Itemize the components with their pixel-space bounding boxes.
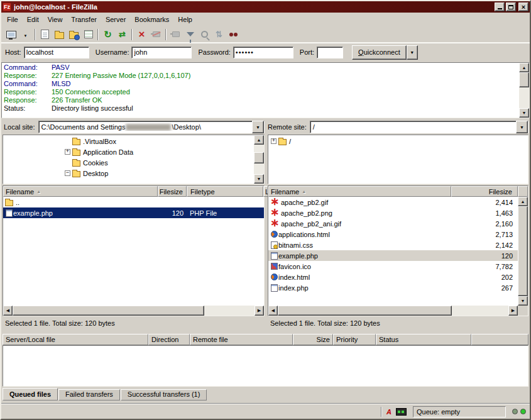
sync-browsing-button[interactable] (212, 28, 226, 41)
scroll-thumb[interactable] (254, 152, 264, 163)
remote-file-row[interactable]: apache_pb2_ani.gif2,160 (268, 218, 518, 229)
filezilla-logo-icon[interactable]: Fz (3, 3, 11, 11)
scroll-thumb[interactable] (519, 72, 529, 87)
password-input[interactable] (233, 47, 293, 58)
menu-item-transfer[interactable]: Transfer (67, 13, 101, 26)
scroll-down-button[interactable]: ▼ (519, 108, 529, 118)
tree-expander-plus-icon[interactable]: + (271, 138, 276, 144)
queue-column-direction[interactable]: Direction (148, 334, 190, 345)
menu-item-file[interactable]: File (3, 13, 23, 26)
tree-item[interactable]: +/ (268, 136, 528, 146)
remote-file-row[interactable]: apache_pb2.gif2,414 (268, 197, 518, 207)
queue-header: Server/Local fileDirectionRemote fileSiz… (3, 334, 528, 345)
scroll-left-button[interactable]: ◀ (268, 306, 278, 316)
column-filetype[interactable]: Filetype (187, 186, 263, 197)
scroll-right-button[interactable]: ▶ (508, 306, 518, 316)
local-site-combobox[interactable]: C:\Documents and Settings\Desktop\ ▼ (38, 121, 265, 133)
find-files-button[interactable] (226, 28, 241, 41)
refresh-button[interactable] (101, 28, 115, 41)
remote-file-row[interactable]: applications.html2,713 (268, 229, 518, 240)
menu-item-edit[interactable]: Edit (23, 13, 43, 26)
log-scrollbar[interactable]: ▲ ▼ (519, 63, 529, 118)
scroll-thumb[interactable] (278, 306, 452, 316)
disconnect-button[interactable] (149, 28, 163, 41)
toggle-local-tree-button[interactable] (52, 28, 67, 41)
tab-failed-transfers[interactable]: Failed transfers (58, 389, 120, 401)
local-directory-tree: .VirtualBox+Application DataCookies−Desk… (3, 135, 265, 184)
chevron-down-icon: ▼ (256, 125, 260, 130)
process-queue-icon (119, 30, 126, 38)
username-input[interactable] (131, 47, 192, 58)
queue-column-server-local-file[interactable]: Server/Local file (3, 334, 148, 345)
local-file-row[interactable]: example.php120PHP File1 (3, 207, 264, 218)
scroll-up-button[interactable]: ▲ (254, 135, 264, 145)
tab-queued-files[interactable]: Queued files (3, 388, 58, 401)
queue-column-status[interactable]: Status (376, 334, 471, 345)
remote-file-row[interactable]: apache_pb2.png1,463 (268, 207, 518, 218)
remote-horizontal-scrollbar[interactable]: ◀ ▶ (268, 306, 518, 316)
column-filesize[interactable]: Filesize (451, 186, 518, 197)
menu-item-view[interactable]: View (43, 13, 67, 26)
menu-item-server[interactable]: Server (101, 13, 130, 26)
remote-file-row[interactable]: favicon.ico7,782 (268, 261, 518, 272)
local-horizontal-scrollbar[interactable]: ◀ ▶ (3, 306, 264, 316)
scroll-thumb[interactable] (13, 306, 204, 316)
site-manager-dropdown-button[interactable] (18, 28, 33, 41)
tab-successful-transfers-1-[interactable]: Successful transfers (1) (121, 389, 207, 401)
compare-button[interactable] (197, 28, 212, 41)
titlebar[interactable]: Fz john@localhost - FileZilla × (1, 1, 530, 13)
column-filesize[interactable]: Filesize (158, 186, 187, 197)
cancel-operation-icon (139, 30, 145, 39)
host-input[interactable] (24, 47, 89, 58)
remote-site-combobox[interactable]: / ▼ (310, 121, 528, 133)
remote-file-row[interactable]: index.html202 (268, 272, 518, 282)
reconnect-button[interactable] (168, 28, 183, 41)
scroll-thumb[interactable] (518, 206, 528, 296)
column-filename[interactable]: Filename▲ (268, 186, 451, 197)
menu-item-help[interactable]: Help (173, 13, 197, 26)
tree-item[interactable]: −Desktop (3, 168, 264, 179)
minimize-button[interactable] (495, 3, 505, 11)
toggle-queue-button[interactable] (81, 28, 96, 41)
speed-limit-icon[interactable] (396, 408, 407, 416)
scroll-right-button[interactable]: ▶ (255, 306, 264, 316)
scroll-down-button[interactable]: ▼ (254, 174, 264, 184)
local-tree-scrollbar[interactable]: ▲ ▼ (254, 135, 264, 184)
remote-file-row[interactable]: example.php120 (268, 250, 518, 261)
process-queue-button[interactable] (115, 28, 129, 41)
local-file-row[interactable]: .. (3, 197, 264, 207)
filter-button[interactable] (183, 28, 197, 41)
scroll-left-button[interactable]: ◀ (3, 306, 13, 316)
remote-vertical-scrollbar[interactable]: ▲ ▼ (518, 197, 528, 306)
tree-expander-plus-icon[interactable]: + (65, 149, 70, 155)
tree-item[interactable]: +Application Data (3, 146, 264, 157)
tree-item[interactable]: Cookies (3, 157, 264, 168)
toolbar-separator (35, 29, 36, 40)
column-filename[interactable]: Filename▲ (3, 186, 158, 197)
tree-expander-minus-icon[interactable]: − (65, 170, 70, 176)
quickconnect-button[interactable]: Quickconnect (352, 45, 407, 60)
port-input[interactable] (317, 47, 343, 58)
close-button[interactable]: × (518, 3, 528, 11)
queue-column-filler (471, 334, 528, 345)
filter-icon (187, 32, 194, 36)
queue-column-priority[interactable]: Priority (333, 334, 376, 345)
local-site-dropdown[interactable]: ▼ (252, 121, 264, 133)
queue-column-size[interactable]: Size (293, 334, 333, 345)
remote-file-row[interactable]: bitnami.css2,142 (268, 240, 518, 250)
site-manager-button[interactable] (4, 28, 18, 41)
menu-item-bookmarks[interactable]: Bookmarks (130, 13, 173, 26)
quickconnect-dropdown[interactable]: ▼ (407, 45, 418, 60)
toggle-message-log-button[interactable] (38, 28, 52, 41)
scroll-down-button[interactable]: ▼ (518, 296, 528, 306)
queue-body[interactable] (3, 345, 528, 387)
remote-site-dropdown[interactable]: ▼ (516, 121, 528, 133)
toggle-remote-tree-button[interactable] (67, 28, 81, 41)
maximize-button[interactable] (506, 3, 516, 11)
cancel-operation-button[interactable] (134, 28, 149, 41)
scroll-up-button[interactable]: ▲ (518, 197, 528, 206)
remote-file-row[interactable]: index.php267 (268, 282, 518, 293)
scroll-up-button[interactable]: ▲ (519, 63, 529, 72)
queue-column-remote-file[interactable]: Remote file (190, 334, 293, 345)
tree-item[interactable]: .VirtualBox (3, 136, 264, 146)
